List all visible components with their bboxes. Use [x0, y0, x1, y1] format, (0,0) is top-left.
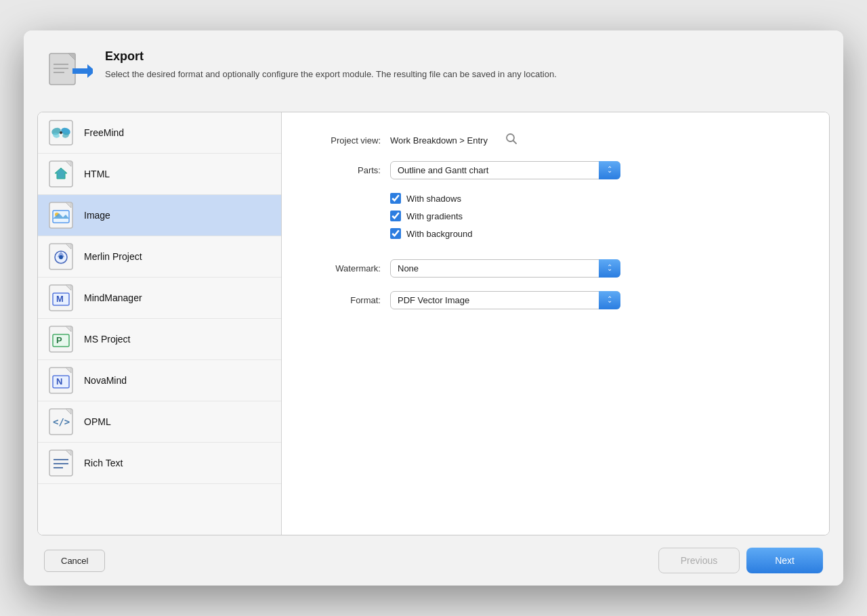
format-value: PDF Vector Image PNG Image JPEG Image TI… — [390, 291, 620, 309]
sidebar-item-novamind[interactable]: N NovaMind — [38, 360, 281, 401]
project-view-label: Project view: — [309, 135, 390, 146]
watermark-row: Watermark: None Custom — [309, 259, 802, 278]
with-background-label[interactable]: With background — [406, 229, 473, 239]
export-icon — [44, 49, 93, 98]
parts-select[interactable]: Outline and Gantt chart Outline only Gan… — [390, 161, 620, 179]
svg-line-45 — [513, 141, 516, 144]
sidebar: FreeMind HTML — [38, 112, 282, 535]
html-icon — [47, 160, 75, 188]
freemind-icon — [47, 119, 75, 146]
checkboxes-row: With shadows With gradients With backgro… — [309, 193, 802, 246]
svg-text:P: P — [56, 335, 62, 345]
sidebar-item-label-ms-project: MS Project — [84, 334, 130, 345]
parts-value: Outline and Gantt chart Outline only Gan… — [390, 161, 620, 179]
svg-text:</>: </> — [53, 416, 70, 427]
sidebar-item-label-rich-text: Rich Text — [84, 458, 123, 468]
with-shadows-label[interactable]: With shadows — [406, 194, 461, 204]
svg-point-11 — [60, 131, 62, 134]
dialog-footer: Cancel Previous Next — [24, 535, 843, 586]
search-icon[interactable] — [505, 133, 517, 148]
parts-select-wrapper: Outline and Gantt chart Outline only Gan… — [390, 161, 620, 179]
with-gradients-row: With gradients — [390, 211, 473, 221]
watermark-label: Watermark: — [309, 263, 390, 273]
sidebar-item-freemind[interactable]: FreeMind — [38, 112, 281, 154]
project-view-row: Project view: Work Breakdown > Entry — [309, 133, 802, 148]
watermark-value: None Custom — [390, 259, 620, 278]
with-background-checkbox[interactable] — [390, 228, 401, 239]
with-gradients-label[interactable]: With gradients — [406, 211, 463, 221]
dialog-description: Select the desired format and optionally… — [105, 68, 557, 81]
main-panel: Project view: Work Breakdown > Entry Par… — [282, 112, 829, 535]
sidebar-item-opml[interactable]: </> OPML — [38, 401, 281, 443]
with-background-row: With background — [390, 228, 473, 239]
with-shadows-row: With shadows — [390, 193, 473, 204]
svg-text:M: M — [56, 294, 64, 304]
sidebar-item-ms-project[interactable]: P MS Project — [38, 319, 281, 360]
next-button[interactable]: Next — [746, 548, 823, 573]
watermark-select-wrapper: None Custom — [390, 259, 620, 278]
content-area: FreeMind HTML — [37, 112, 830, 535]
mindmanager-icon: M — [47, 284, 75, 311]
sidebar-item-label-image: Image — [84, 210, 110, 221]
parts-label: Parts: — [309, 165, 390, 175]
sidebar-item-rich-text[interactable]: Rich Text — [38, 443, 281, 484]
sidebar-item-label-mindmanager: MindManager — [84, 292, 142, 303]
sidebar-item-html[interactable]: HTML — [38, 154, 281, 195]
previous-button[interactable]: Previous — [658, 548, 740, 573]
format-select-wrapper: PDF Vector Image PNG Image JPEG Image TI… — [390, 291, 620, 309]
dialog-title: Export — [105, 49, 557, 64]
format-label: Format: — [309, 295, 390, 305]
footer-right: Previous Next — [658, 548, 823, 573]
image-icon — [47, 202, 75, 229]
sidebar-item-label-freemind: FreeMind — [84, 127, 124, 138]
sidebar-item-image[interactable]: Image — [38, 195, 281, 236]
svg-point-23 — [59, 255, 63, 259]
parts-row: Parts: Outline and Gantt chart Outline o… — [309, 161, 802, 179]
format-row: Format: PDF Vector Image PNG Image JPEG … — [309, 291, 802, 309]
sidebar-item-label-merlin-project: Merlin Project — [84, 251, 142, 262]
sidebar-item-mindmanager[interactable]: M MindManager — [38, 278, 281, 319]
format-select[interactable]: PDF Vector Image PNG Image JPEG Image TI… — [390, 291, 620, 309]
with-gradients-checkbox[interactable] — [390, 211, 401, 221]
sidebar-item-label-novamind: NovaMind — [84, 375, 127, 386]
project-view-text: Work Breakdown > Entry — [390, 135, 488, 146]
dialog-header: Export Select the desired format and opt… — [24, 30, 843, 112]
rich-text-icon — [47, 449, 75, 477]
checkboxes-group: With shadows With gradients With backgro… — [390, 193, 473, 246]
cancel-button[interactable]: Cancel — [44, 550, 105, 572]
sidebar-item-label-opml: OPML — [84, 416, 111, 427]
sidebar-item-label-html: HTML — [84, 169, 110, 179]
merlin-project-icon — [47, 243, 75, 270]
svg-text:N: N — [56, 376, 62, 387]
novamind-icon: N — [47, 367, 75, 394]
ms-project-icon: P — [47, 326, 75, 353]
watermark-select[interactable]: None Custom — [390, 259, 620, 278]
opml-icon: </> — [47, 408, 75, 435]
with-shadows-checkbox[interactable] — [390, 193, 401, 204]
project-view-value: Work Breakdown > Entry — [390, 133, 517, 148]
sidebar-item-merlin-project[interactable]: Merlin Project — [38, 236, 281, 278]
header-text: Export Select the desired format and opt… — [105, 49, 557, 81]
